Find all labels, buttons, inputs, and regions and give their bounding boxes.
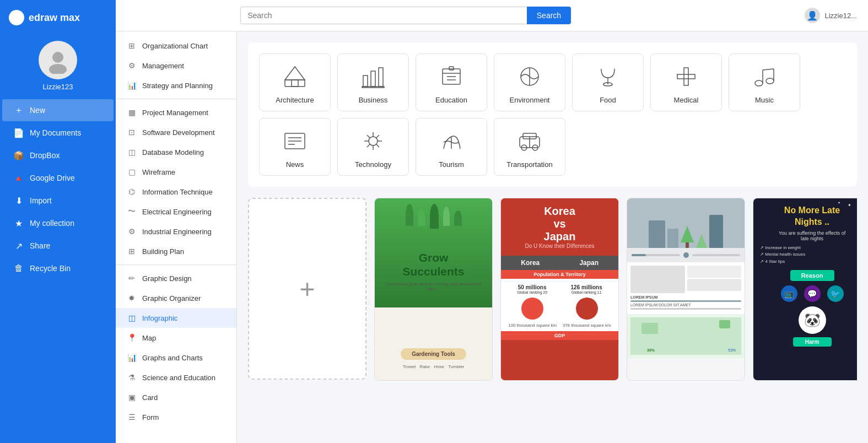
medical-icon bbox=[672, 63, 700, 90]
sub-item-graphs-label: Graphs and Charts bbox=[142, 354, 203, 362]
category-environment[interactable]: Environment bbox=[494, 53, 565, 111]
svg-point-1 bbox=[52, 52, 63, 63]
sub-item-graphic-organizer-label: Graphic Organizer bbox=[142, 294, 201, 302]
nav-share[interactable]: ↗ Share bbox=[2, 235, 114, 257]
sub-item-software-development[interactable]: ⊡ Software Development bbox=[116, 122, 236, 142]
nav-new-label: New bbox=[30, 106, 45, 115]
nav-google-drive-label: Google Drive bbox=[30, 174, 75, 182]
tourism-label: Tourism bbox=[439, 160, 464, 169]
svg-point-22 bbox=[766, 78, 774, 84]
svg-rect-5 bbox=[292, 80, 298, 87]
category-medical[interactable]: Medical bbox=[650, 53, 722, 111]
gdp-section: GDP bbox=[501, 331, 618, 340]
sub-item-information-technique[interactable]: ⌬ Information Technique bbox=[116, 182, 236, 202]
google-drive-icon: 🔺 bbox=[13, 172, 24, 183]
electrical-icon: 〜 bbox=[127, 207, 137, 217]
sub-item-map[interactable]: 📍 Map bbox=[116, 328, 236, 348]
logo-icon bbox=[9, 10, 24, 25]
japan-col: Japan bbox=[560, 259, 619, 267]
svg-rect-20 bbox=[677, 74, 695, 79]
management-icon: ⚙ bbox=[127, 61, 137, 71]
category-food[interactable]: Food bbox=[572, 53, 644, 111]
sub-item-form[interactable]: ☰ Form bbox=[116, 407, 236, 427]
sub-item-database-modeling[interactable]: ◫ Database Modeling bbox=[116, 142, 236, 162]
svg-rect-7 bbox=[371, 71, 375, 87]
org-chart-icon: ⊞ bbox=[127, 41, 137, 51]
sub-item-building-plan[interactable]: ⊞ Building Plan bbox=[116, 241, 236, 261]
nav-dropbox[interactable]: 📦 DropBox bbox=[2, 144, 114, 166]
search-input[interactable] bbox=[240, 7, 527, 24]
business-label: Business bbox=[359, 96, 388, 104]
sub-item-project-management[interactable]: ▦ Project Management bbox=[116, 102, 236, 122]
info-icon: ⌬ bbox=[127, 187, 137, 197]
sub-item-card[interactable]: ▣ Card bbox=[116, 387, 236, 407]
search-button[interactable]: Search bbox=[527, 7, 571, 24]
plus-icon: + bbox=[299, 274, 315, 304]
wireframe-icon: ▢ bbox=[127, 167, 137, 177]
user-avatar bbox=[39, 41, 77, 79]
sub-item-electrical-label: Electrical Engineering bbox=[142, 208, 212, 216]
sub-item-graphs-charts[interactable]: 📊 Graphs and Charts bbox=[116, 348, 236, 368]
category-music[interactable]: Music bbox=[729, 53, 800, 111]
nav-recycle-bin[interactable]: 🗑 Recycle Bin bbox=[2, 257, 114, 279]
sub-item-software-label: Software Development bbox=[142, 128, 215, 137]
sub-item-electrical-engineering[interactable]: 〜 Electrical Engineering bbox=[116, 202, 236, 222]
category-tourism[interactable]: Tourism bbox=[416, 118, 487, 176]
architecture-label: Architecture bbox=[276, 96, 314, 104]
nav-import[interactable]: ⬇ Import bbox=[2, 190, 114, 212]
nav-my-collection-label: My collection bbox=[30, 219, 74, 228]
nav-new[interactable]: ＋ New bbox=[2, 99, 114, 121]
sub-item-industrial-engineering[interactable]: ⚙ Industrial Engineering bbox=[116, 222, 236, 241]
sub-item-infographic-label: Infographic bbox=[142, 314, 177, 322]
sub-item-graphic-design-label: Graphic Design bbox=[142, 274, 192, 283]
population-section: Population & Territory bbox=[501, 270, 618, 279]
nav-my-documents-label: My Documents bbox=[30, 128, 81, 137]
sub-item-project-label: Project Management bbox=[142, 109, 208, 117]
sub-item-science-label: Science and Education bbox=[142, 374, 215, 382]
succulents-subtitle: Succulents grow well in a sunny spot bec… bbox=[380, 282, 487, 291]
category-education[interactable]: Education bbox=[416, 53, 487, 111]
nav-google-drive[interactable]: 🔺 Google Drive bbox=[2, 167, 114, 189]
template-city-map[interactable]: LOREM IPSUM LOREM IPSUM DOLOR SIT AMET bbox=[627, 198, 745, 381]
education-label: Education bbox=[435, 96, 467, 104]
sub-item-strategy-planning[interactable]: 📊 Strategy and Planning bbox=[116, 75, 236, 95]
sub-item-industrial-label: Industrial Engineering bbox=[142, 228, 212, 236]
category-business[interactable]: Business bbox=[337, 53, 409, 111]
search-bar: Search bbox=[240, 7, 571, 24]
nav-import-label: Import bbox=[30, 196, 52, 205]
recycle-icon: 🗑 bbox=[13, 263, 24, 274]
category-architecture[interactable]: Architecture bbox=[259, 53, 331, 111]
sub-item-strategy-label: Strategy and Planning bbox=[142, 82, 213, 90]
category-news[interactable]: News bbox=[259, 118, 331, 176]
environment-icon bbox=[516, 63, 543, 90]
main-area: Search 👤 Lizzie12... ⊞ Organizational Ch… bbox=[116, 0, 868, 443]
korea-japan-body: 50 millionsGlobal ranking 20 126 million… bbox=[501, 279, 618, 331]
sub-item-wireframe[interactable]: ▢ Wireframe bbox=[116, 162, 236, 182]
svg-point-0 bbox=[15, 17, 18, 19]
template-grow-succulents[interactable]: GrowSucculents Succulents grow well in a… bbox=[374, 198, 493, 381]
sub-item-organizational-chart[interactable]: ⊞ Organizational Chart bbox=[116, 36, 236, 56]
nav-my-collection[interactable]: ★ My collection bbox=[2, 212, 114, 234]
category-technology[interactable]: Technology bbox=[337, 118, 409, 176]
sub-item-management[interactable]: ⚙ Management bbox=[116, 56, 236, 75]
korea-col: Korea bbox=[501, 259, 560, 267]
category-transportation[interactable]: Transportation bbox=[494, 118, 565, 176]
share-icon: ↗ bbox=[13, 240, 24, 251]
template-late-nights[interactable]: ☾ ✦ ✦ No More LateNights .. You are suff… bbox=[753, 198, 857, 381]
sub-item-infographic[interactable]: ◫ Infographic bbox=[116, 308, 236, 328]
sub-item-science-education[interactable]: ⚗ Science and Education bbox=[116, 368, 236, 387]
nav-my-documents[interactable]: 📄 My Documents bbox=[2, 122, 114, 144]
sub-item-graphic-design[interactable]: ✏ Graphic Design bbox=[116, 268, 236, 288]
new-icon: ＋ bbox=[13, 105, 24, 116]
sub-sidebar: ⊞ Organizational Chart ⚙ Management 📊 St… bbox=[116, 31, 237, 443]
svg-point-21 bbox=[755, 80, 763, 86]
sub-item-graphic-organizer[interactable]: ✸ Graphic Organizer bbox=[116, 288, 236, 308]
korea-japan-sub: Do U Know their Differences bbox=[508, 243, 612, 249]
svg-marker-4 bbox=[285, 67, 305, 80]
svg-line-38 bbox=[367, 144, 370, 147]
logo[interactable]: edraw max bbox=[0, 6, 116, 30]
svg-rect-19 bbox=[684, 68, 688, 85]
new-template-card[interactable]: + bbox=[248, 198, 366, 380]
template-korea-japan[interactable]: KoreavsJapan Do U Know their Differences… bbox=[500, 198, 619, 381]
username: Lizzie123 bbox=[43, 83, 73, 91]
